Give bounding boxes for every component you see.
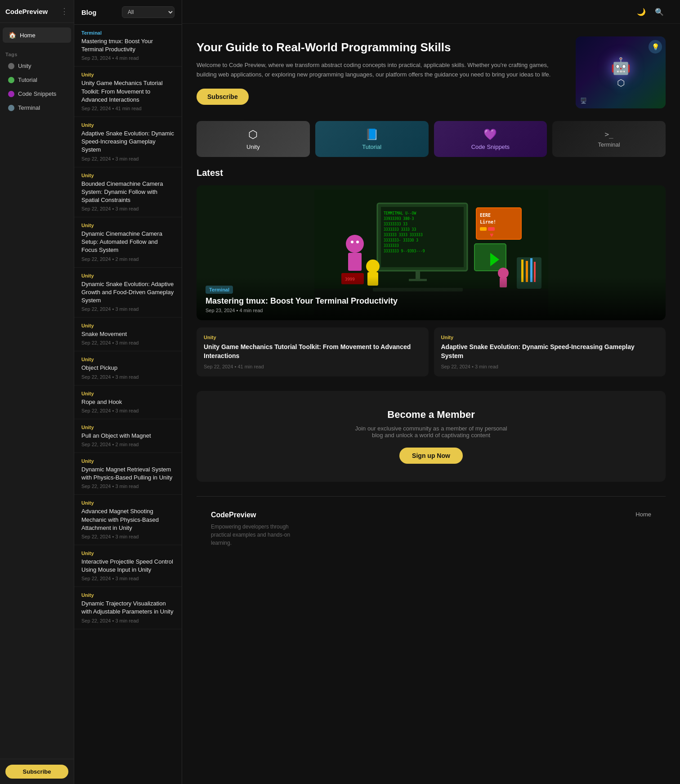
article-meta: Sep 22, 2024 • 3 min read (81, 206, 174, 211)
svg-text:33333333 33: 33333333 33 (384, 222, 407, 226)
svg-text:TEMMITMAL U--OW: TEMMITMAL U--OW (384, 211, 416, 215)
list-item[interactable]: Unity Interactive Projectile Speed Contr… (74, 545, 182, 587)
hero-section: Your Guide to Real-World Programming Ski… (182, 24, 680, 121)
article-tag: Unity (81, 425, 174, 430)
terminal-cat-label: Terminal (598, 141, 620, 148)
member-description: Join our exclusive community as a member… (350, 425, 512, 439)
sidebar-item-tutorial[interactable]: Tutorial (3, 73, 71, 86)
sidebar-bottom: Subscribe (0, 759, 74, 784)
category-cards: ⬡ Unity 📘 Tutorial 💜 Code Snippets >_ Te… (182, 121, 680, 168)
hero-text: Your Guide to Real-World Programming Ski… (197, 40, 568, 104)
list-item[interactable]: Unity Adaptive Snake Evolution: Dynamic … (74, 117, 182, 167)
card-tag-0: Unity (204, 335, 421, 340)
tutorial-tag-label: Tutorial (18, 76, 37, 83)
article-tag: Unity (81, 592, 174, 598)
sidebar-more-icon[interactable]: ⋮ (60, 6, 68, 16)
article-tag: Unity (81, 391, 174, 396)
article-tag: Unity (81, 223, 174, 228)
article-meta: Sep 22, 2024 • 3 min read (81, 534, 174, 539)
list-item[interactable]: Unity Dynamic Cinemachine Camera Setup: … (74, 217, 182, 268)
category-card-terminal[interactable]: >_ Terminal (552, 121, 666, 157)
svg-point-22 (351, 241, 353, 243)
filter-select[interactable]: All Unity Tutorial Code Snippets Termina… (122, 6, 174, 18)
list-item[interactable]: Unity Snake Movement Sep 22, 2024 • 3 mi… (74, 318, 182, 351)
list-item[interactable]: Unity Dynamic Trajectory Visualization w… (74, 587, 182, 629)
sidebar-nav: 🏠 Home (0, 23, 74, 47)
sidebar-subscribe-button[interactable]: Subscribe (5, 765, 68, 779)
footer-brand-section: CodePreview Empowering developers throug… (211, 511, 301, 547)
article-title: Object Pickup (81, 364, 174, 372)
article-meta: Sep 22, 2024 • 3 min read (81, 156, 174, 161)
sidebar-home-label: Home (20, 32, 36, 39)
latest-title: Latest (197, 168, 666, 178)
unity-cat-icon: ⬡ (248, 128, 258, 141)
article-card-1[interactable]: Unity Adaptive Snake Evolution: Dynamic … (434, 327, 666, 376)
article-items-container: Terminal Mastering tmux: Boost Your Term… (74, 25, 182, 629)
search-icon[interactable]: 🔍 (653, 5, 666, 18)
article-title: Dynamic Cinemachine Camera Setup: Automa… (81, 230, 174, 255)
article-tag: Unity (81, 357, 174, 362)
sidebar-item-home[interactable]: 🏠 Home (3, 27, 71, 43)
article-list-header: Blog All Unity Tutorial Code Snippets Te… (74, 0, 182, 25)
list-item[interactable]: Unity Unity Game Mechanics Tutorial Tool… (74, 67, 182, 117)
article-tag: Terminal (81, 30, 174, 36)
article-card-0[interactable]: Unity Unity Game Mechanics Tutorial Tool… (197, 327, 429, 376)
article-list: Blog All Unity Tutorial Code Snippets Te… (74, 0, 182, 784)
sidebar-item-terminal[interactable]: Terminal (3, 101, 71, 114)
featured-article[interactable]: TEMMITMAL U--OW 33933393 380-3 33333333 … (197, 185, 666, 320)
hero-subscribe-button[interactable]: Subscribe (197, 89, 249, 105)
dark-mode-icon[interactable]: 🌙 (635, 5, 648, 18)
article-tag: Unity (81, 173, 174, 178)
list-item[interactable]: Unity Rope and Hook Sep 22, 2024 • 3 min… (74, 385, 182, 419)
list-item[interactable]: Unity Dynamic Snake Evolution: Adaptive … (74, 268, 182, 318)
list-item[interactable]: Unity Advanced Magnet Shooting Mechanic … (74, 495, 182, 545)
list-item[interactable]: Unity Dynamic Magnet Retrieval System wi… (74, 453, 182, 495)
article-tag: Unity (81, 551, 174, 556)
signup-button[interactable]: Sign up Now (399, 448, 463, 464)
article-title: Mastering tmux: Boost Your Terminal Prod… (81, 37, 174, 54)
card-meta-0: Sep 22, 2024 • 41 min read (204, 364, 421, 369)
pixel-overlay: Terminal Mastering tmux: Boost Your Term… (197, 277, 666, 320)
article-tag: Unity (81, 323, 174, 328)
category-card-unity[interactable]: ⬡ Unity (197, 121, 310, 157)
article-title: Rope and Hook (81, 398, 174, 406)
unity-tag-label: Unity (18, 63, 31, 69)
featured-title: Mastering tmux: Boost Your Terminal Prod… (206, 296, 657, 306)
footer-link-home[interactable]: Home (635, 511, 651, 518)
svg-text:333333 3333 333333: 333333 3333 333333 (384, 233, 423, 237)
svg-text:Lirne!: Lirne! (480, 220, 496, 224)
unity-tag-dot (8, 63, 14, 69)
article-title: Pull an Object with Magnet (81, 432, 174, 440)
category-card-code-snippets[interactable]: 💜 Code Snippets (434, 121, 547, 157)
right-panel: 🌙 🔍 Your Guide to Real-World Programming… (182, 0, 680, 784)
article-title: Adaptive Snake Evolution: Dynamic Speed-… (81, 130, 174, 154)
tutorial-cat-label: Tutorial (362, 143, 381, 150)
list-item[interactable]: Unity Object Pickup Sep 22, 2024 • 3 min… (74, 351, 182, 385)
article-meta: Sep 22, 2024 • 3 min read (81, 306, 174, 312)
svg-point-23 (356, 241, 359, 243)
sidebar-item-code-snippets[interactable]: Code Snippets (3, 87, 71, 100)
hero-description: Welcome to Code Preview, where we transf… (197, 61, 568, 80)
hero-image: 🤖 ⬡ 💡 🖥️ (576, 36, 666, 108)
list-item[interactable]: Unity Pull an Object with Magnet Sep 22,… (74, 419, 182, 453)
svg-text:3333333 3333 33: 3333333 3333 33 (384, 228, 416, 232)
sidebar-item-unity[interactable]: Unity (3, 59, 71, 72)
sidebar-tags-label: Tags (0, 47, 74, 59)
list-item[interactable]: Unity Bounded Cinemachine Camera System:… (74, 167, 182, 218)
article-meta: Sep 23, 2024 • 4 min read (81, 55, 174, 61)
article-meta: Sep 22, 2024 • 2 min read (81, 256, 174, 262)
article-meta: Sep 22, 2024 • 3 min read (81, 576, 174, 581)
list-item[interactable]: Terminal Mastering tmux: Boost Your Term… (74, 25, 182, 67)
member-section: Become a Member Join our exclusive commu… (197, 391, 666, 482)
article-title: Dynamic Snake Evolution: Adaptive Growth… (81, 280, 174, 305)
svg-rect-2 (381, 207, 464, 267)
article-title: Bounded Cinemachine Camera System: Dynam… (81, 180, 174, 205)
svg-rect-17 (488, 227, 495, 231)
category-card-tutorial[interactable]: 📘 Tutorial (315, 121, 429, 157)
svg-rect-16 (480, 227, 487, 231)
featured-tag: Terminal (206, 286, 233, 294)
terminal-tag-label: Terminal (18, 104, 40, 111)
hero-title: Your Guide to Real-World Programming Ski… (197, 40, 568, 55)
svg-point-24 (366, 260, 380, 273)
footer-brand: CodePreview (211, 511, 301, 519)
